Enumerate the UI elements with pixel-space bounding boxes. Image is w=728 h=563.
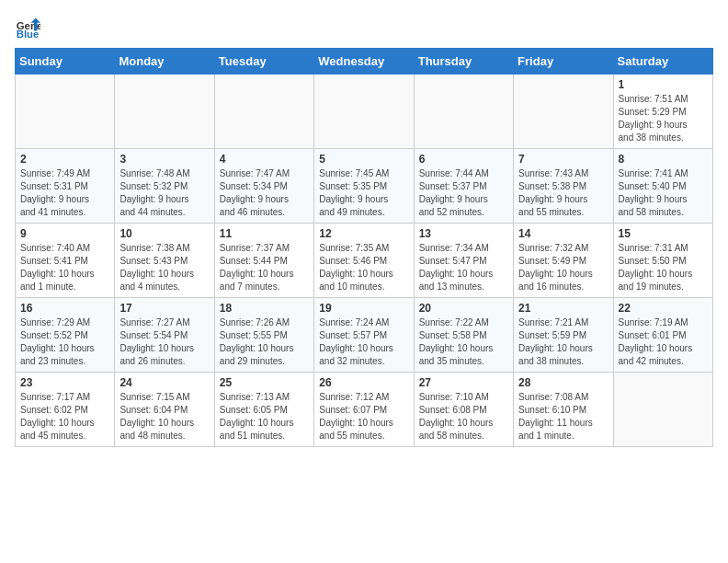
calendar-cell: 3Sunrise: 7:48 AM Sunset: 5:32 PM Daylig… — [115, 149, 214, 224]
day-number: 13 — [419, 227, 508, 240]
day-info: Sunrise: 7:17 AM Sunset: 6:02 PM Dayligh… — [20, 391, 109, 442]
day-info: Sunrise: 7:22 AM Sunset: 5:58 PM Dayligh… — [419, 316, 508, 368]
calendar-cell — [16, 75, 115, 149]
calendar-cell — [613, 373, 712, 447]
day-info: Sunrise: 7:31 AM Sunset: 5:50 PM Dayligh… — [619, 242, 708, 293]
calendar-cell — [514, 75, 613, 149]
day-number: 7 — [518, 153, 608, 166]
calendar-cell: 26Sunrise: 7:12 AM Sunset: 6:07 PM Dayli… — [314, 373, 414, 447]
day-number: 10 — [119, 227, 209, 240]
calendar-cell: 17Sunrise: 7:27 AM Sunset: 5:54 PM Dayli… — [115, 298, 214, 373]
logo-icon: General Blue — [15, 15, 40, 40]
day-info: Sunrise: 7:26 AM Sunset: 5:55 PM Dayligh… — [220, 316, 309, 368]
day-number: 2 — [20, 153, 109, 166]
day-number: 17 — [119, 302, 209, 315]
calendar-cell: 5Sunrise: 7:45 AM Sunset: 5:35 PM Daylig… — [314, 149, 414, 224]
calendar-cell: 14Sunrise: 7:32 AM Sunset: 5:49 PM Dayli… — [514, 224, 613, 298]
calendar-week-row: 16Sunrise: 7:29 AM Sunset: 5:52 PM Dayli… — [16, 298, 713, 373]
day-number: 26 — [319, 376, 408, 389]
day-number: 11 — [220, 227, 309, 240]
day-info: Sunrise: 7:37 AM Sunset: 5:44 PM Dayligh… — [220, 242, 309, 293]
weekday-header-thursday: Thursday — [414, 49, 513, 75]
calendar-week-row: 2Sunrise: 7:49 AM Sunset: 5:31 PM Daylig… — [16, 149, 713, 224]
day-number: 4 — [220, 153, 309, 166]
day-info: Sunrise: 7:15 AM Sunset: 6:04 PM Dayligh… — [119, 391, 209, 442]
day-number: 18 — [220, 302, 309, 315]
day-info: Sunrise: 7:24 AM Sunset: 5:57 PM Dayligh… — [319, 316, 408, 368]
day-number: 15 — [619, 227, 708, 240]
calendar-cell: 20Sunrise: 7:22 AM Sunset: 5:58 PM Dayli… — [414, 298, 513, 373]
day-info: Sunrise: 7:47 AM Sunset: 5:34 PM Dayligh… — [220, 167, 309, 219]
calendar-cell — [115, 75, 214, 149]
day-number: 1 — [619, 78, 708, 91]
calendar-cell: 12Sunrise: 7:35 AM Sunset: 5:46 PM Dayli… — [314, 224, 414, 298]
calendar-cell: 7Sunrise: 7:43 AM Sunset: 5:38 PM Daylig… — [514, 149, 613, 224]
day-info: Sunrise: 7:08 AM Sunset: 6:10 PM Dayligh… — [518, 391, 608, 442]
calendar-cell: 4Sunrise: 7:47 AM Sunset: 5:34 PM Daylig… — [214, 149, 313, 224]
day-number: 14 — [518, 227, 608, 240]
day-number: 24 — [119, 376, 209, 389]
calendar-cell — [314, 75, 414, 149]
day-info: Sunrise: 7:12 AM Sunset: 6:07 PM Dayligh… — [319, 391, 408, 442]
weekday-header-monday: Monday — [115, 49, 214, 75]
calendar-cell: 16Sunrise: 7:29 AM Sunset: 5:52 PM Dayli… — [16, 298, 115, 373]
day-info: Sunrise: 7:10 AM Sunset: 6:08 PM Dayligh… — [419, 391, 508, 442]
day-number: 3 — [119, 153, 209, 166]
day-number: 22 — [619, 302, 708, 315]
day-number: 16 — [20, 302, 109, 315]
calendar-cell — [414, 75, 513, 149]
calendar-cell: 18Sunrise: 7:26 AM Sunset: 5:55 PM Dayli… — [214, 298, 313, 373]
day-number: 9 — [20, 227, 109, 240]
calendar-header-row: SundayMondayTuesdayWednesdayThursdayFrid… — [16, 49, 713, 75]
day-number: 12 — [319, 227, 408, 240]
day-info: Sunrise: 7:38 AM Sunset: 5:43 PM Dayligh… — [119, 242, 209, 293]
calendar-week-row: 9Sunrise: 7:40 AM Sunset: 5:41 PM Daylig… — [16, 224, 713, 298]
calendar-cell: 28Sunrise: 7:08 AM Sunset: 6:10 PM Dayli… — [514, 373, 613, 447]
day-number: 6 — [419, 153, 508, 166]
day-number: 21 — [518, 302, 608, 315]
day-info: Sunrise: 7:49 AM Sunset: 5:31 PM Dayligh… — [20, 167, 109, 219]
day-info: Sunrise: 7:35 AM Sunset: 5:46 PM Dayligh… — [319, 242, 408, 293]
day-info: Sunrise: 7:44 AM Sunset: 5:37 PM Dayligh… — [419, 167, 508, 219]
calendar-cell: 6Sunrise: 7:44 AM Sunset: 5:37 PM Daylig… — [414, 149, 513, 224]
calendar-cell: 8Sunrise: 7:41 AM Sunset: 5:40 PM Daylig… — [613, 149, 712, 224]
day-info: Sunrise: 7:21 AM Sunset: 5:59 PM Dayligh… — [518, 316, 608, 368]
day-info: Sunrise: 7:32 AM Sunset: 5:49 PM Dayligh… — [518, 242, 608, 293]
calendar-cell: 19Sunrise: 7:24 AM Sunset: 5:57 PM Dayli… — [314, 298, 414, 373]
calendar-cell: 27Sunrise: 7:10 AM Sunset: 6:08 PM Dayli… — [414, 373, 513, 447]
logo: General Blue — [15, 15, 44, 40]
calendar-cell: 15Sunrise: 7:31 AM Sunset: 5:50 PM Dayli… — [613, 224, 712, 298]
day-number: 23 — [20, 376, 109, 389]
calendar-cell: 10Sunrise: 7:38 AM Sunset: 5:43 PM Dayli… — [115, 224, 214, 298]
calendar-cell: 22Sunrise: 7:19 AM Sunset: 6:01 PM Dayli… — [613, 298, 712, 373]
calendar-cell — [214, 75, 313, 149]
weekday-header-tuesday: Tuesday — [214, 49, 313, 75]
day-number: 8 — [619, 153, 708, 166]
calendar-cell: 13Sunrise: 7:34 AM Sunset: 5:47 PM Dayli… — [414, 224, 513, 298]
day-number: 27 — [419, 376, 508, 389]
day-info: Sunrise: 7:48 AM Sunset: 5:32 PM Dayligh… — [119, 167, 209, 219]
day-info: Sunrise: 7:29 AM Sunset: 5:52 PM Dayligh… — [20, 316, 109, 368]
day-info: Sunrise: 7:51 AM Sunset: 5:29 PM Dayligh… — [619, 93, 708, 144]
calendar-cell: 25Sunrise: 7:13 AM Sunset: 6:05 PM Dayli… — [214, 373, 313, 447]
calendar-table: SundayMondayTuesdayWednesdayThursdayFrid… — [15, 48, 713, 447]
day-info: Sunrise: 7:41 AM Sunset: 5:40 PM Dayligh… — [619, 167, 708, 219]
calendar-cell: 24Sunrise: 7:15 AM Sunset: 6:04 PM Dayli… — [115, 373, 214, 447]
day-info: Sunrise: 7:34 AM Sunset: 5:47 PM Dayligh… — [419, 242, 508, 293]
day-number: 28 — [518, 376, 608, 389]
weekday-header-friday: Friday — [514, 49, 613, 75]
day-number: 25 — [220, 376, 309, 389]
calendar-cell: 21Sunrise: 7:21 AM Sunset: 5:59 PM Dayli… — [514, 298, 613, 373]
weekday-header-sunday: Sunday — [16, 49, 115, 75]
calendar-cell: 9Sunrise: 7:40 AM Sunset: 5:41 PM Daylig… — [16, 224, 115, 298]
calendar-cell: 11Sunrise: 7:37 AM Sunset: 5:44 PM Dayli… — [214, 224, 313, 298]
day-info: Sunrise: 7:27 AM Sunset: 5:54 PM Dayligh… — [119, 316, 209, 368]
day-number: 19 — [319, 302, 408, 315]
day-info: Sunrise: 7:13 AM Sunset: 6:05 PM Dayligh… — [220, 391, 309, 442]
calendar-cell: 2Sunrise: 7:49 AM Sunset: 5:31 PM Daylig… — [16, 149, 115, 224]
day-number: 20 — [419, 302, 508, 315]
day-info: Sunrise: 7:43 AM Sunset: 5:38 PM Dayligh… — [518, 167, 608, 219]
day-info: Sunrise: 7:40 AM Sunset: 5:41 PM Dayligh… — [20, 242, 109, 293]
day-info: Sunrise: 7:19 AM Sunset: 6:01 PM Dayligh… — [619, 316, 708, 368]
calendar-week-row: 1Sunrise: 7:51 AM Sunset: 5:29 PM Daylig… — [16, 75, 713, 149]
